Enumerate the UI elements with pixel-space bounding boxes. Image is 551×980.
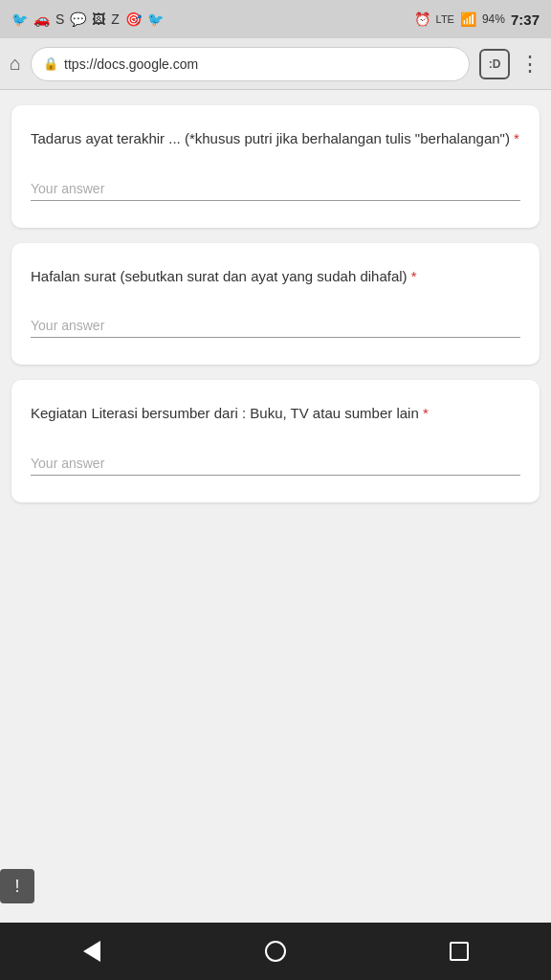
question-1-text: Tadarus ayat terakhir ... (*khusus putri… — [31, 128, 520, 150]
question-card-1: Tadarus ayat terakhir ... (*khusus putri… — [11, 105, 540, 228]
app-icon-twitter: 🐦 — [147, 11, 164, 27]
recents-button[interactable] — [430, 932, 488, 970]
app-icon-z: Z — [111, 11, 120, 27]
required-star-2: * — [411, 268, 417, 284]
required-star-3: * — [423, 405, 429, 421]
app-icon-target: 🎯 — [125, 11, 142, 27]
browser-home-icon[interactable]: ⌂ — [10, 53, 21, 75]
app-icon-photo: 🖼 — [92, 11, 105, 27]
status-bar-left: 🐦 🚗 S 💬 🖼 Z 🎯 🐦 — [11, 11, 164, 27]
question-card-2: Hafalan surat (sebutkan surat dan ayat y… — [11, 243, 540, 366]
browser-bar: ⌂ 🔒 ttps://docs.google.com :D ⋮ — [0, 38, 551, 90]
back-triangle-icon — [83, 941, 100, 962]
required-star-1: * — [514, 130, 519, 146]
status-bar: 🐦 🚗 S 💬 🖼 Z 🎯 🐦 ⏰ LTE 📶 94% 7:37 — [0, 0, 551, 38]
bottom-nav-bar — [0, 923, 551, 980]
main-content: Tadarus ayat terakhir ... (*khusus putri… — [0, 90, 551, 923]
browser-menu-button[interactable]: ⋮ — [519, 52, 541, 77]
url-text: ttps://docs.google.com — [64, 56, 198, 72]
time-display: 7:37 — [511, 11, 540, 28]
question-3-text: Kegiatan Literasi bersumber dari : Buku,… — [31, 403, 520, 425]
recents-square-icon — [450, 942, 469, 961]
app-icon-s: S — [55, 11, 64, 27]
question-card-3: Kegiatan Literasi bersumber dari : Buku,… — [11, 380, 540, 502]
app-icon-msg: 💬 — [70, 11, 86, 27]
lte-icon: LTE — [436, 13, 454, 25]
answer-input-3[interactable] — [31, 452, 520, 476]
app-icon-car: 🚗 — [33, 11, 50, 27]
alarm-icon: ⏰ — [414, 11, 430, 27]
url-bar[interactable]: 🔒 ttps://docs.google.com — [31, 47, 470, 81]
app-icon-k: 🐦 — [11, 11, 28, 27]
back-button[interactable] — [63, 932, 121, 970]
lock-icon: 🔒 — [43, 56, 58, 71]
battery-icon: 94% — [482, 12, 505, 26]
feedback-button[interactable]: ! — [0, 869, 34, 903]
tab-switcher-button[interactable]: :D — [479, 49, 510, 79]
answer-input-1[interactable] — [31, 177, 520, 201]
signal-icon: 📶 — [460, 11, 476, 27]
home-button[interactable] — [247, 932, 304, 970]
question-2-text: Hafalan surat (sebutkan surat dan ayat y… — [31, 266, 520, 288]
status-bar-right: ⏰ LTE 📶 94% 7:37 — [414, 11, 540, 28]
answer-input-2[interactable] — [31, 314, 520, 338]
home-circle-icon — [265, 941, 286, 962]
